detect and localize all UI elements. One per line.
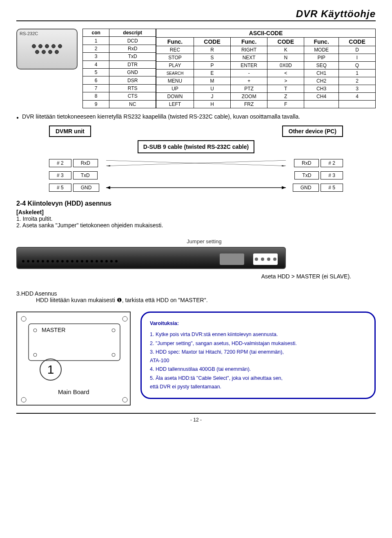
cd: NC (109, 100, 156, 108)
sh: CODE (267, 38, 304, 46)
svg-point-9 (21, 397, 26, 402)
jumper-block (220, 253, 244, 265)
dvmr-unit-box: DVMR unit (49, 126, 91, 137)
ac: ENTER (230, 62, 267, 69)
sh: CODE (339, 38, 375, 46)
ac: MODE (304, 46, 339, 54)
step-3-label: 3.HDD Asennus (16, 290, 376, 297)
page-number: - 12 - (16, 417, 376, 423)
ascii-header: ASCII-CODE (156, 29, 376, 38)
th-descript: descript (109, 29, 156, 37)
ac: PIP (304, 54, 339, 62)
svg-point-14 (33, 353, 37, 356)
svg-point-13 (112, 329, 115, 332)
cn: 4 (83, 61, 109, 68)
document-title: DVR Käyttöohje (16, 8, 376, 20)
caution-item: 1. Kytke pois virta DVR:stä ennen kiinto… (150, 330, 366, 339)
section-24-sub: [Askeleet] (16, 209, 376, 215)
main-board-label: Main Board (58, 388, 89, 395)
step-2: 2. Aseta sanka "Jumper" tietokoneen ohje… (16, 222, 376, 229)
connector-table: con descript 1DCD 2RxD 3TxD 4DTR 5GND 6D… (82, 29, 156, 108)
sh: Func. (230, 38, 267, 46)
caution-item: ATA-100 (150, 356, 366, 365)
rule-bottom (16, 413, 376, 414)
step-3-text: HDD liitetään kuvan mukaisesti ❶, tarkis… (36, 297, 376, 303)
pin-lname: TxD (73, 171, 98, 179)
cd: RTS (109, 84, 156, 92)
ac: 0X0D (267, 62, 304, 69)
svg-marker-2 (282, 165, 286, 166)
ac: ZOOM (230, 93, 267, 101)
ac: RIGHT (230, 46, 267, 54)
ac: E (194, 69, 231, 77)
cd: DCD (109, 37, 156, 45)
caution-box: Varoituksia: 1. Kytke pois virta DVR:stä… (140, 312, 376, 399)
master-label: MASTER (42, 327, 65, 333)
ac: > (267, 77, 304, 85)
ac: LEFT (156, 101, 194, 108)
pin-rname: GND (293, 184, 319, 192)
ac: CH2 (304, 77, 339, 85)
ac: I (339, 54, 375, 62)
pin-lname: GND (73, 184, 100, 192)
ac: N (267, 54, 304, 62)
svg-point-12 (33, 329, 37, 332)
pin-lnum: # 2 (49, 159, 71, 167)
ac: UP (156, 85, 194, 93)
ac: CH1 (304, 69, 339, 77)
ac: DOWN (156, 93, 194, 101)
ac: K (267, 46, 304, 54)
caution-item: että DVR ei pysty tallentamaan. (150, 383, 366, 391)
sh: Func. (156, 38, 194, 46)
rs232c-connector-diagram: RS-232C (16, 29, 78, 69)
pin-rnum: # 3 (321, 171, 343, 179)
ac (304, 101, 339, 108)
cn: 7 (83, 84, 109, 92)
svg-point-15 (112, 353, 115, 356)
cd: RxD (109, 45, 156, 52)
ac: Q (339, 62, 375, 69)
step-1: 1. Irroita pultit. (16, 215, 376, 222)
ascii-code-table: ASCII-CODE Func. CODE Func. CODE Func. C… (156, 29, 376, 108)
main-board-diagram: 1 MASTER Main Board (16, 312, 131, 406)
ac: REC (156, 46, 194, 54)
svg-point-7 (21, 316, 26, 321)
svg-marker-3 (106, 165, 110, 166)
ac: 2 (339, 77, 375, 85)
pin-lnum: # 5 (49, 184, 71, 192)
svg-point-10 (122, 397, 127, 402)
ac: 3 (339, 85, 375, 93)
cn: 8 (83, 92, 109, 100)
ac: < (267, 69, 304, 77)
ac: MENU (156, 77, 194, 85)
caution-item: 4. HDD tallennustilaa 400GB (tai enemmän… (150, 365, 366, 374)
ac: PLAY (156, 62, 194, 69)
other-device-box: Other device (PC) (282, 126, 343, 137)
ac: S (194, 54, 231, 62)
cd: GND (109, 68, 156, 76)
dsub-cable-label: D-SUB 9 cable (twisted RS-232C cable) (138, 140, 254, 153)
power-connector (253, 253, 278, 265)
sh: CODE (194, 38, 231, 46)
bullet-icon: ● (16, 115, 19, 120)
master-note: Aseta HDD > MASTER (ei SLAVE). (16, 273, 376, 280)
ac (339, 101, 375, 108)
ac: CH3 (304, 85, 339, 93)
ac: R (194, 46, 231, 54)
ac: NEXT (230, 54, 267, 62)
ac: M (194, 77, 231, 85)
hdd-illustration (16, 247, 286, 269)
ac: 4 (339, 93, 375, 101)
one-label: 1 (47, 363, 54, 376)
cn: 5 (83, 68, 109, 76)
pin-rnum: # 2 (321, 159, 343, 167)
pin-lname: RxD (73, 159, 98, 167)
ac: PTZ (230, 85, 267, 93)
ac: + (230, 77, 267, 85)
ac: T (267, 85, 304, 93)
cd: TxD (109, 53, 156, 61)
ac: Z (267, 93, 304, 101)
pin-rname: TxD (294, 171, 319, 179)
cn: 2 (83, 45, 109, 52)
cd: DTR (109, 61, 156, 68)
